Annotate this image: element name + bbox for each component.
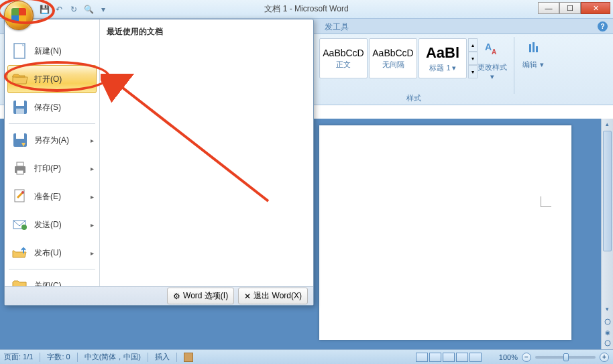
exit-label: 退出 Word(X) <box>254 290 302 302</box>
publish-icon <box>11 244 29 261</box>
printer-icon <box>11 160 29 177</box>
tab-partial[interactable]: 发工具 <box>319 19 354 34</box>
svg-point-17 <box>21 225 27 230</box>
save-icon[interactable]: 💾 <box>39 4 50 15</box>
zoom-out-button[interactable]: − <box>522 353 531 362</box>
menu-item-open[interactable]: 打开(O) <box>7 65 97 93</box>
svg-text:A: A <box>485 42 492 52</box>
view-web-icon[interactable] <box>443 353 455 362</box>
language-status[interactable]: 中文(简体，中国) <box>85 352 141 362</box>
page-margin-marker <box>541 196 551 207</box>
svg-rect-8 <box>16 109 24 114</box>
svg-text:A: A <box>492 48 496 56</box>
svg-point-20 <box>605 341 610 346</box>
menu-label: 发布(U) <box>34 247 62 259</box>
view-outline-icon[interactable] <box>456 353 468 362</box>
word-options-button[interactable]: ⚙ Word 选项(I) <box>167 288 234 304</box>
menu-label: 保存(S) <box>34 102 61 113</box>
dropdown-icon: ▾ <box>452 64 456 72</box>
scroll-thumb[interactable] <box>603 131 612 251</box>
change-styles-label: 更改样式 <box>478 63 507 71</box>
prev-page-icon[interactable] <box>602 317 613 326</box>
insert-mode[interactable]: 插入 <box>155 352 170 362</box>
style-heading1[interactable]: AaBl 标题 1 ▾ <box>419 38 467 78</box>
menu-item-publish[interactable]: 发布(U) ▸ <box>7 239 97 267</box>
dropdown-icon: ▾ <box>490 72 494 80</box>
menu-item-send[interactable]: 发送(D) ▸ <box>7 210 97 239</box>
undo-icon[interactable]: ↶ <box>54 4 64 15</box>
send-mail-icon <box>11 216 29 233</box>
zoom-in-button[interactable]: + <box>600 353 609 362</box>
office-button[interactable] <box>4 1 34 30</box>
menu-divider <box>9 123 95 124</box>
edit-label: 编辑 <box>522 60 537 68</box>
dropdown-icon: ▾ <box>540 60 544 68</box>
statusbar-divider <box>40 353 40 362</box>
zoom-level[interactable]: 100% <box>499 353 518 361</box>
close-button[interactable]: ✕ <box>581 2 610 14</box>
menu-label: 另存为(A) <box>34 135 69 146</box>
statusbar-divider <box>148 353 148 362</box>
maximize-button[interactable]: ☐ <box>559 2 581 14</box>
vertical-scrollbar[interactable]: ▴ ▾ ◉ <box>601 119 613 349</box>
style-preview: AaBbCcD <box>323 48 364 58</box>
browse-object-icon[interactable]: ◉ <box>602 328 613 337</box>
save-disk-icon <box>11 99 29 116</box>
change-styles-button[interactable]: AA 更改样式 ▾ <box>475 38 510 81</box>
svg-rect-13 <box>17 170 23 174</box>
print-preview-icon[interactable]: 🔍 <box>83 4 94 15</box>
minimize-button[interactable]: — <box>538 2 559 14</box>
recent-docs-title: 最近使用的文档 <box>107 23 306 40</box>
svg-rect-2 <box>529 44 531 52</box>
word-count[interactable]: 字数: 0 <box>47 352 70 362</box>
menu-item-prepare[interactable]: 准备(E) ▸ <box>7 182 97 210</box>
submenu-arrow-icon: ▸ <box>91 137 94 144</box>
new-doc-icon <box>11 42 29 60</box>
redo-icon[interactable]: ↻ <box>68 4 79 15</box>
window-title: 文档 1 - Microsoft Word <box>264 3 348 15</box>
menu-label: 准备(E) <box>34 191 61 202</box>
next-page-icon[interactable] <box>602 339 613 348</box>
submenu-arrow-icon: ▸ <box>91 165 94 172</box>
document-page[interactable] <box>319 125 571 340</box>
exit-word-button[interactable]: ✕ 退出 Word(X) <box>238 288 308 304</box>
style-nospacing[interactable]: AaBbCcD 无间隔 <box>369 38 417 78</box>
menu-item-save[interactable]: 保存(S) <box>7 93 97 121</box>
statusbar-divider <box>77 353 78 362</box>
menu-item-save-as[interactable]: 另存为(A) ▸ <box>7 126 97 154</box>
menu-item-new[interactable]: 新建(N) <box>7 37 97 65</box>
style-label: 无间隔 <box>382 60 404 70</box>
statusbar: 页面: 1/1 字数: 0 中文(简体，中国) 插入 100% − + <box>0 349 613 364</box>
submenu-arrow-icon: ▸ <box>91 221 94 229</box>
style-preview: AaBbCcD <box>372 48 413 58</box>
options-icon: ⚙ <box>173 292 180 301</box>
office-menu-bottom: ⚙ Word 选项(I) ✕ 退出 Word(X) <box>5 286 313 305</box>
svg-point-19 <box>605 319 610 324</box>
window-controls: — ☐ ✕ <box>538 2 610 14</box>
view-fullscreen-icon[interactable] <box>429 353 441 362</box>
page-status[interactable]: 页面: 1/1 <box>4 352 33 362</box>
menu-label: 打开(O) <box>34 74 62 85</box>
style-normal[interactable]: AaBbCcD 正文 <box>319 38 368 78</box>
view-print-layout-icon[interactable] <box>416 353 428 362</box>
zoom-slider-thumb[interactable] <box>563 353 569 361</box>
change-styles-icon: AA <box>481 38 504 61</box>
zoom-controls: 100% − + <box>499 353 609 362</box>
office-menu-left: 新建(N) 打开(O) 保存(S) 另存为(A) ▸ 打印(P) <box>5 19 100 305</box>
submenu-arrow-icon: ▸ <box>91 193 94 200</box>
statusbar-divider <box>176 353 177 362</box>
qat-dropdown-icon[interactable]: ▾ <box>98 4 109 15</box>
scroll-down-icon[interactable]: ▾ <box>602 304 613 314</box>
svg-rect-4 <box>536 46 538 52</box>
zoom-slider[interactable] <box>535 356 596 359</box>
view-draft-icon[interactable] <box>469 353 482 362</box>
macro-icon[interactable] <box>184 353 193 362</box>
edit-button[interactable]: 编辑 ▾ <box>516 38 550 70</box>
menu-item-print[interactable]: 打印(P) ▸ <box>7 154 97 182</box>
scroll-up-icon[interactable]: ▴ <box>602 119 613 129</box>
svg-rect-3 <box>533 42 535 52</box>
view-buttons <box>416 353 482 362</box>
svg-rect-7 <box>16 101 24 106</box>
help-icon[interactable]: ? <box>598 21 608 32</box>
office-orb-icon <box>4 1 34 30</box>
